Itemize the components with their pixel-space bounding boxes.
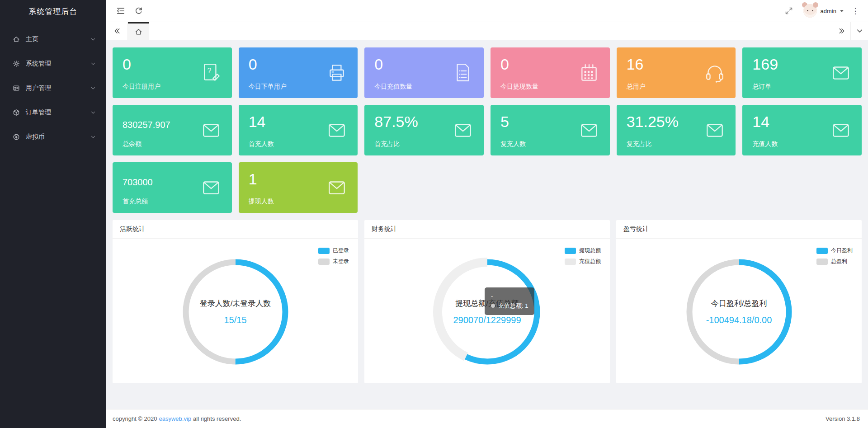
stat-label: 今日下单用户 <box>249 83 287 91</box>
fullscreen-button[interactable] <box>780 2 798 20</box>
legend-swatch <box>318 259 330 265</box>
stat-card-recharge-users: 14 充值人数 <box>742 105 862 155</box>
stat-card-today-withdraw-count: 0 今日提现数量 <box>491 47 610 98</box>
gear-icon <box>13 60 20 67</box>
sidebar-item-orders[interactable]: 订单管理 <box>0 100 106 125</box>
chart-legend: 已登录 未登录 <box>318 247 349 265</box>
sidebar-item-system[interactable]: 系统管理 <box>0 52 106 76</box>
topbar: admin ⋮ <box>106 0 868 22</box>
panel-profit-stats: 盈亏统计 今日盈利 总盈利 <box>616 220 862 383</box>
stat-card-repeat-recharge-users: 5 复充人数 <box>491 105 610 155</box>
tooltip-label: 充值总额 <box>498 302 522 309</box>
orders-cube-icon <box>13 109 20 116</box>
chart-legend: 今日盈利 总盈利 <box>816 247 853 265</box>
legend-item[interactable]: 提现总额 <box>565 247 601 254</box>
legend-item[interactable]: 已登录 <box>318 247 349 254</box>
stat-label: 提现人数 <box>249 198 274 206</box>
stat-card-today-orders: 0 今日下单用户 <box>239 47 358 98</box>
mail-icon <box>578 119 600 141</box>
tooltip-title: - <box>491 291 528 301</box>
stat-label: 总余额 <box>123 140 142 148</box>
stat-label: 复充人数 <box>500 140 526 148</box>
footer-link[interactable]: easyweb.vip <box>159 415 191 422</box>
mail-icon <box>704 119 726 141</box>
printer-icon <box>326 62 348 84</box>
stat-cards-grid: 0 今日注册用户 ? 0 今日下单用户 0 今日充值数量 <box>106 40 868 213</box>
legend-item[interactable]: 总盈利 <box>816 258 847 265</box>
mail-icon <box>830 119 852 141</box>
stat-card-first-recharge-total: 703000 首充总额 <box>113 162 232 213</box>
mail-icon <box>326 119 348 141</box>
panel-body: 提现总额 充值总额 <box>364 239 610 383</box>
stat-label: 今日注册用户 <box>123 83 160 91</box>
sidebar-item-label: 用户管理 <box>26 84 90 92</box>
stat-label: 总订单 <box>752 83 771 91</box>
mail-icon <box>200 119 222 141</box>
donut-chart <box>685 258 793 366</box>
legend-swatch <box>816 259 828 265</box>
sidebar-item-virtual-coin[interactable]: 虚拟币 <box>0 125 106 149</box>
legend-swatch <box>565 248 576 254</box>
tabbar <box>106 22 868 40</box>
sidebar-item-users[interactable]: 用户管理 <box>0 76 106 100</box>
stat-card-today-recharge-count: 0 今日充值数量 <box>364 47 484 98</box>
mail-icon <box>200 177 222 198</box>
user-menu[interactable]: admin <box>801 4 846 18</box>
stat-label: 今日提现数量 <box>500 83 538 91</box>
file-list-icon <box>452 62 474 84</box>
chevron-down-icon <box>90 134 96 140</box>
coin-icon <box>13 133 20 141</box>
legend-label: 今日盈利 <box>831 247 853 254</box>
refresh-button[interactable] <box>130 2 148 20</box>
legend-item[interactable]: 充值总额 <box>565 258 601 265</box>
sidebar-item-label: 虚拟币 <box>26 133 90 141</box>
legend-swatch <box>565 259 576 265</box>
chart-panels: 活跃统计 已登录 未登录 <box>106 213 868 383</box>
footer: copyright © 2020 easyweb.vip all rights … <box>106 409 868 428</box>
stat-label: 今日充值数量 <box>374 83 412 91</box>
sidebar-menu: 主页 系统管理 用户管理 <box>0 23 106 149</box>
stat-label: 充值人数 <box>752 140 778 148</box>
menu-fold-button[interactable] <box>112 2 130 20</box>
legend-label: 已登录 <box>333 247 349 254</box>
stat-label: 首充人数 <box>249 140 274 148</box>
chevron-down-icon <box>90 36 96 42</box>
stat-label: 总用户 <box>627 83 646 91</box>
legend-label: 充值总额 <box>579 258 601 265</box>
stat-card-first-recharge-ratio: 87.5% 首充占比 <box>364 105 484 155</box>
donut-chart <box>181 258 290 366</box>
sidebar-item-label: 主页 <box>26 35 90 43</box>
panel-title: 财务统计 <box>364 220 610 239</box>
sidebar-item-label: 订单管理 <box>26 108 90 117</box>
legend-label: 总盈利 <box>831 258 847 265</box>
tooltip-value: 1 <box>525 302 528 309</box>
caret-down-icon <box>840 10 844 12</box>
topbar-right: admin ⋮ <box>780 2 862 20</box>
sidebar: 系统管理后台 主页 系统管理 <box>0 0 106 428</box>
tabs-menu-button[interactable] <box>850 22 868 40</box>
content: 0 今日注册用户 ? 0 今日下单用户 0 今日充值数量 <box>106 40 868 428</box>
stat-card-repeat-recharge-ratio: 31.25% 复充占比 <box>617 105 736 155</box>
tabs-scroll-right-button[interactable] <box>833 22 850 40</box>
legend-item[interactable]: 未登录 <box>318 258 349 265</box>
legend-label: 未登录 <box>333 258 349 265</box>
app-title: 系统管理后台 <box>0 0 106 23</box>
mail-icon <box>452 119 474 141</box>
tabs-scroll-left-button[interactable] <box>106 22 128 40</box>
stat-card-first-recharge-users: 14 首充人数 <box>239 105 358 155</box>
stat-label: 首充占比 <box>374 140 400 148</box>
more-vertical-button[interactable]: ⋮ <box>849 6 862 16</box>
chart-tooltip: - 充值总额: 1 <box>485 287 534 315</box>
sidebar-item-home[interactable]: 主页 <box>0 27 106 52</box>
legend-item[interactable]: 今日盈利 <box>816 247 853 254</box>
panel-title: 盈亏统计 <box>616 220 862 239</box>
chevron-down-icon <box>90 61 96 67</box>
stat-label: 首充总额 <box>123 198 148 206</box>
stat-card-total-users: 16 总用户 <box>617 47 736 98</box>
legend-swatch <box>816 248 828 254</box>
mail-icon <box>830 62 852 84</box>
tabbar-spacer <box>149 22 833 40</box>
tab-home[interactable] <box>128 22 149 40</box>
calendar-icon <box>578 62 600 84</box>
users-icon <box>13 85 20 92</box>
